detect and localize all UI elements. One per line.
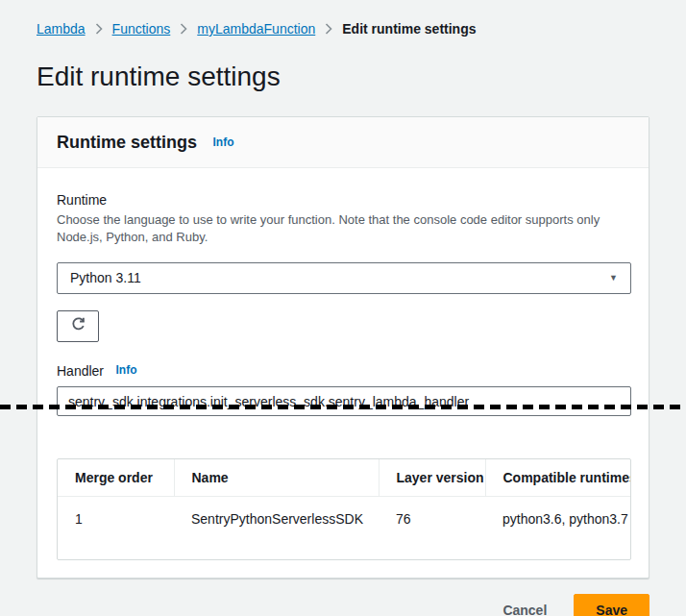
breadcrumb-link-lambda[interactable]: Lambda xyxy=(37,21,86,37)
handler-input[interactable] xyxy=(57,386,631,416)
layers-table: Merge order Name Layer version Compatibl… xyxy=(58,459,631,538)
runtime-select[interactable]: Python 3.11 ▼ xyxy=(57,262,631,294)
page: Lambda Functions myLambdaFunction Edit r… xyxy=(0,0,686,616)
panel-header: Runtime settings Info xyxy=(37,117,649,168)
runtime-settings-panel: Runtime settings Info Runtime Choose the… xyxy=(37,116,649,579)
column-header-layer-version: Layer version xyxy=(379,459,485,497)
column-header-name: Name xyxy=(174,459,379,497)
breadcrumb-link-function-name[interactable]: myLambdaFunction xyxy=(197,21,315,37)
breadcrumb-link-functions[interactable]: Functions xyxy=(112,21,171,37)
column-header-compatible-runtimes: Compatible runtimes xyxy=(485,459,631,497)
cell-layer-name: SentryPythonServerlessSDK xyxy=(174,497,379,539)
panel-title: Runtime settings xyxy=(57,133,197,152)
breadcrumb-current: Edit runtime settings xyxy=(342,21,476,37)
breadcrumb: Lambda Functions myLambdaFunction Edit r… xyxy=(37,21,649,37)
chevron-down-icon: ▼ xyxy=(609,273,618,283)
column-header-merge-order: Merge order xyxy=(58,459,174,497)
chevron-right-icon xyxy=(95,23,103,35)
panel-body: Runtime Choose the language to use to wr… xyxy=(37,168,649,578)
save-button[interactable]: Save xyxy=(574,594,649,616)
cancel-button[interactable]: Cancel xyxy=(502,597,547,616)
runtime-field: Runtime Choose the language to use to wr… xyxy=(57,191,631,342)
cell-merge-order: 1 xyxy=(58,497,174,539)
table-header-row: Merge order Name Layer version Compatibl… xyxy=(58,459,631,497)
refresh-icon xyxy=(70,316,86,335)
panel-info-link[interactable]: Info xyxy=(212,136,233,149)
runtime-description: Choose the language to use to write your… xyxy=(57,211,631,247)
layers-table-container: Merge order Name Layer version Compatibl… xyxy=(57,458,631,560)
table-row: 1 SentryPythonServerlessSDK 76 python3.6… xyxy=(58,497,631,539)
refresh-runtimes-button[interactable] xyxy=(57,310,99,342)
cell-layer-version: 76 xyxy=(379,497,485,539)
screenshot-cut-dashed-line xyxy=(0,405,686,409)
footer-actions: Cancel Save xyxy=(37,594,649,616)
handler-label: Handler xyxy=(57,363,104,379)
runtime-selected-value: Python 3.11 xyxy=(70,270,141,285)
handler-info-link[interactable]: Info xyxy=(115,363,136,377)
chevron-right-icon xyxy=(325,23,332,35)
page-title: Edit runtime settings xyxy=(37,62,649,92)
chevron-right-icon xyxy=(180,23,187,35)
runtime-label: Runtime xyxy=(57,191,631,210)
cell-compatible-runtimes: python3.6, python3.7 xyxy=(485,497,631,539)
